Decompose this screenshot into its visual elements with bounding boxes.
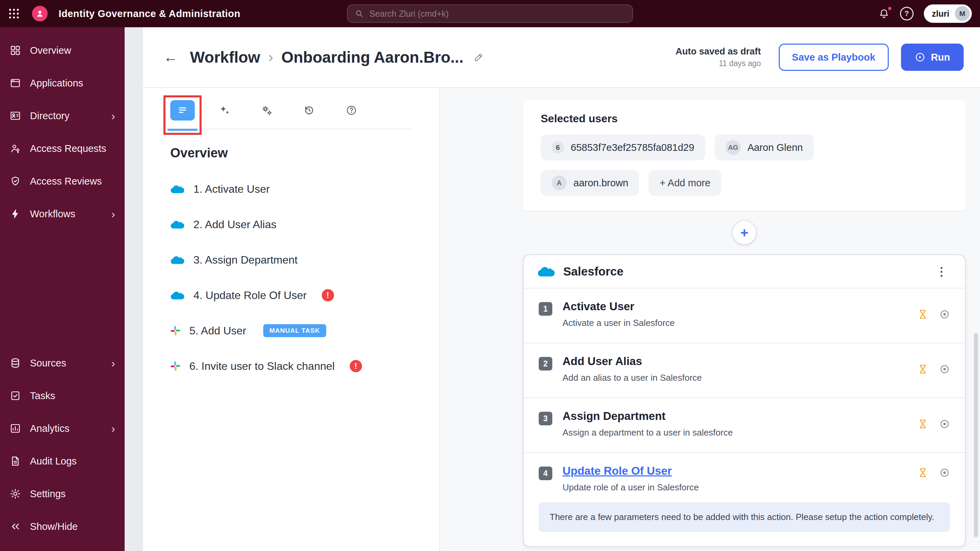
user-count-badge: 6 <box>552 141 564 154</box>
user-avatar: AG <box>725 140 741 155</box>
save-as-playbook-button[interactable]: Save as Playbook <box>779 44 889 71</box>
sources-database-icon <box>10 357 21 369</box>
salesforce-card-title: Salesforce <box>563 264 624 278</box>
run-label: Run <box>931 52 950 63</box>
step-activate-user[interactable]: 1. Activate User <box>170 171 412 207</box>
target-status-icon[interactable] <box>939 467 950 478</box>
sidebar-item-access-requests[interactable]: Access Requests <box>0 132 125 165</box>
global-search[interactable] <box>347 5 633 23</box>
workflow-steps-list: 1. Activate User 2. Add User Alias 3. As… <box>170 171 412 384</box>
tab-overview-summary-icon[interactable] <box>170 100 195 121</box>
topbar: Identity Governance & Administration ? z… <box>0 0 980 27</box>
breadcrumb-workflow[interactable]: Workflow <box>190 48 260 67</box>
tab-help-icon[interactable] <box>339 100 364 121</box>
salesforce-icon <box>170 255 185 265</box>
page-header: ← Workflow › Onboarding Aaron.Bro... Aut… <box>143 27 980 87</box>
breadcrumb-separator: › <box>268 49 273 65</box>
chevron-right-icon: › <box>111 423 115 434</box>
sidebar-label: Overview <box>30 45 71 56</box>
error-badge: ! <box>322 289 334 301</box>
step-label: 6. Invite user to Slack channel <box>189 360 335 373</box>
selected-users-title: Selected users <box>541 112 948 125</box>
account-pill[interactable]: zluri M <box>924 5 972 23</box>
overview-icon <box>10 45 21 56</box>
action-update-role-of-user[interactable]: 4 Update Role Of User Update role of a u… <box>524 453 965 546</box>
back-arrow-icon[interactable]: ← <box>164 49 178 65</box>
applications-icon <box>10 77 21 89</box>
action-activate-user[interactable]: 1 Activate User Activate a user in Sales… <box>524 288 965 343</box>
sidebar-label: Settings <box>30 488 66 500</box>
hourglass-delay-icon[interactable] <box>917 467 928 478</box>
action-title-link[interactable]: Update Role Of User <box>563 465 699 478</box>
target-status-icon[interactable] <box>939 364 950 374</box>
user-chip-aaron-glenn[interactable]: AG Aaron Glenn <box>715 134 814 161</box>
step-label: 1. Activate User <box>193 183 270 196</box>
app-grid-icon[interactable] <box>8 8 20 19</box>
add-more-users-button[interactable]: + Add more <box>649 170 721 196</box>
hourglass-delay-icon[interactable] <box>917 309 928 320</box>
avatar[interactable]: M <box>955 6 970 21</box>
notification-dot <box>887 6 892 11</box>
chevron-right-icon: › <box>111 357 115 369</box>
step-assign-department[interactable]: 3. Assign Department <box>170 242 412 277</box>
sidebar-item-directory[interactable]: Directory › <box>0 99 125 132</box>
step-update-role-of-user[interactable]: 4. Update Role Of User ! <box>170 277 412 313</box>
zluri-logo-icon[interactable] <box>32 6 48 21</box>
kebab-menu-icon[interactable]: ⋮ <box>932 264 951 278</box>
settings-gear-icon <box>10 488 21 500</box>
step-label: 4. Update Role Of User <box>193 289 307 302</box>
sidebar-item-sources[interactable]: Sources › <box>0 347 125 379</box>
sidebar-item-show-hide[interactable]: Show/Hide <box>0 510 125 543</box>
step-add-user[interactable]: 5. Add User MANUAL TASK <box>170 313 412 349</box>
action-number: 1 <box>539 302 552 316</box>
sidebar-item-overview[interactable]: Overview <box>0 34 125 67</box>
help-icon[interactable]: ? <box>900 7 913 21</box>
target-status-icon[interactable] <box>939 419 950 430</box>
sidebar-item-analytics[interactable]: Analytics › <box>0 412 125 445</box>
access-requests-icon <box>10 143 21 154</box>
setup-warning-message: There are a few parameters need to be ad… <box>539 502 950 532</box>
sidebar-item-audit-logs[interactable]: Audit Logs <box>0 445 125 478</box>
sidebar-label: Audit Logs <box>30 455 76 467</box>
hourglass-delay-icon[interactable] <box>917 419 928 430</box>
analytics-chart-icon <box>10 423 21 434</box>
sidebar-item-applications[interactable]: Applications <box>0 67 125 99</box>
sidebar: Overview Applications Directory › Access… <box>0 27 125 551</box>
user-chip-aaron-brown[interactable]: A aaron.brown <box>541 170 639 196</box>
action-assign-department[interactable]: 3 Assign Department Assign a department … <box>524 398 965 453</box>
sidebar-item-access-reviews[interactable]: Access Reviews <box>0 165 125 197</box>
sidebar-label: Show/Hide <box>30 521 78 532</box>
action-title: Activate User <box>563 300 675 313</box>
step-add-user-alias[interactable]: 2. Add User Alias <box>170 207 412 242</box>
access-reviews-shield-icon <box>10 175 21 187</box>
overview-heading: Overview <box>170 146 412 161</box>
step-invite-user-to-slack-channel[interactable]: 6. Invite user to Slack channel ! <box>170 349 412 384</box>
target-status-icon[interactable] <box>939 309 950 320</box>
app-title: Identity Governance & Administration <box>59 8 240 19</box>
notifications-bell-icon[interactable] <box>878 8 890 19</box>
action-add-user-alias[interactable]: 2 Add User Alias Add an alias to a user … <box>524 343 965 398</box>
search-input[interactable] <box>369 9 625 19</box>
search-icon <box>355 9 364 18</box>
autosave-status: Auto saved as draft 11 days ago <box>676 46 761 68</box>
user-chip-id[interactable]: 6 65853f7e3ef25785fa081d29 <box>541 134 705 161</box>
action-subtitle: Activate a user in Salesforce <box>563 318 675 328</box>
tab-history-icon[interactable] <box>297 100 321 121</box>
sidebar-item-tasks[interactable]: Tasks <box>0 379 125 412</box>
sidebar-label: Tasks <box>30 390 55 401</box>
user-chip-label: Aaron Glenn <box>748 142 803 153</box>
user-chip-label: aaron.brown <box>573 177 628 189</box>
run-button[interactable]: Run <box>901 44 964 71</box>
add-node-plus-button[interactable]: + <box>732 220 757 245</box>
user-chip-label: 65853f7e3ef25785fa081d29 <box>571 142 694 153</box>
hourglass-delay-icon[interactable] <box>917 364 928 374</box>
canvas-scrollbar[interactable] <box>974 333 978 537</box>
tab-recommendations-sparkles-icon[interactable] <box>213 100 237 121</box>
tab-settings-gears-icon[interactable] <box>255 100 279 121</box>
autosave-time: 11 days ago <box>676 59 761 68</box>
sidebar-item-workflows[interactable]: Workflows › <box>0 197 125 230</box>
edit-name-pencil-icon[interactable] <box>473 51 485 63</box>
sidebar-item-settings[interactable]: Settings <box>0 478 125 510</box>
manual-task-badge: MANUAL TASK <box>263 324 326 337</box>
slack-icon <box>170 361 180 371</box>
